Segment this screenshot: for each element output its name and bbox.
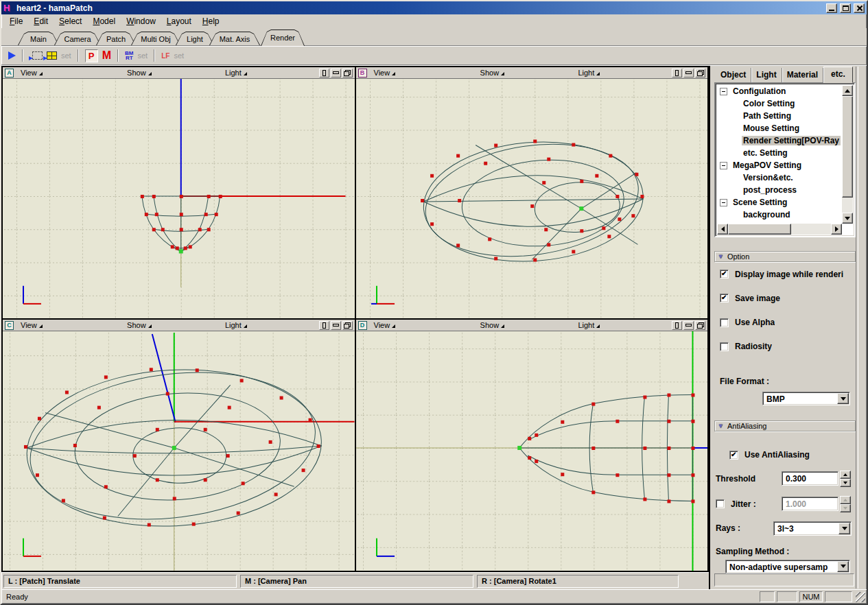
- viewport-c-canvas[interactable]: [3, 331, 355, 571]
- viewport-a-letter[interactable]: A: [5, 69, 14, 78]
- tab-render[interactable]: Render: [261, 29, 305, 46]
- render-start-icon[interactable]: [8, 51, 16, 60]
- tree-vertical-scrollbar[interactable]: [842, 85, 853, 224]
- vertical-scroll-thumb[interactable]: [842, 96, 853, 198]
- close-button[interactable]: [854, 3, 865, 13]
- scroll-up-button[interactable]: [842, 85, 853, 96]
- viewport-show-menu[interactable]: Show: [480, 69, 505, 77]
- tab-object[interactable]: Object: [716, 68, 751, 82]
- combo-arrow-button[interactable]: [837, 561, 849, 572]
- viewport-view-menu[interactable]: View: [374, 69, 396, 77]
- tree-collapse-icon[interactable]: [720, 199, 727, 206]
- viewport-b-canvas[interactable]: [356, 79, 708, 318]
- combo-arrow-button[interactable]: [838, 523, 850, 534]
- menu-help[interactable]: Help: [197, 15, 225, 28]
- viewport-cascade-button[interactable]: [695, 321, 705, 330]
- viewport-light-menu[interactable]: Light: [578, 69, 600, 77]
- rays-select[interactable]: 3l~3: [773, 521, 852, 536]
- viewport-cascade-button[interactable]: [695, 69, 705, 78]
- file-format-select[interactable]: BMP: [762, 392, 850, 405]
- spin-up-button[interactable]: [840, 496, 851, 504]
- tab-patch[interactable]: Patch: [96, 32, 136, 45]
- viewport-show-menu[interactable]: Show: [127, 321, 152, 329]
- tree-horizontal-scrollbar[interactable]: [717, 224, 842, 235]
- megapov-button[interactable]: M: [102, 49, 111, 62]
- render-grid-icon[interactable]: [47, 51, 57, 60]
- viewport-horizontal-split-button[interactable]: [331, 69, 341, 78]
- viewport-vertical-split-button[interactable]: [672, 69, 682, 78]
- spin-up-button[interactable]: [840, 471, 851, 479]
- sampling-method-select[interactable]: Non-adaptive supersamp: [725, 560, 850, 573]
- viewport-b-letter[interactable]: B: [358, 69, 367, 78]
- set-bmrt-label[interactable]: set: [137, 51, 148, 60]
- use-antialiasing-checkbox[interactable]: [729, 451, 738, 460]
- set-lf-label[interactable]: set: [174, 51, 184, 60]
- bmrt-button[interactable]: BM RT: [125, 51, 133, 60]
- tab-mat-axis[interactable]: Mat. Axis: [209, 32, 260, 45]
- viewport-vertical-split-button[interactable]: [672, 321, 682, 330]
- viewport-cascade-button[interactable]: [342, 69, 353, 78]
- tree-collapse-icon[interactable]: [720, 88, 727, 95]
- radiosity-checkbox[interactable]: [720, 342, 729, 351]
- viewport-vertical-split-button[interactable]: [319, 69, 329, 78]
- tree-item-mouse-setting[interactable]: Mouse Setting: [717, 122, 842, 134]
- viewport-show-menu[interactable]: Show: [480, 321, 505, 329]
- viewport-horizontal-split-button[interactable]: [683, 321, 694, 330]
- tab-material[interactable]: Material: [782, 68, 823, 82]
- viewport-view-menu[interactable]: View: [21, 69, 43, 77]
- menu-model[interactable]: Model: [87, 15, 121, 28]
- tree-item-background[interactable]: background: [717, 209, 842, 221]
- minimize-button[interactable]: [826, 3, 837, 13]
- viewport-view-menu[interactable]: View: [374, 321, 396, 329]
- spin-down-button[interactable]: [840, 479, 851, 487]
- menu-window[interactable]: Window: [121, 15, 161, 28]
- tree-item-scene-setting[interactable]: Scene Setting: [717, 196, 842, 209]
- tab-camera[interactable]: Camera: [54, 32, 101, 45]
- menu-layout[interactable]: Layout: [161, 15, 197, 28]
- menu-select[interactable]: Select: [54, 15, 87, 28]
- viewport-light-menu[interactable]: Light: [578, 321, 600, 329]
- threshold-input[interactable]: 0.300: [782, 471, 838, 486]
- option-section-header[interactable]: ▼ Option: [714, 251, 856, 262]
- tree-item-path-setting[interactable]: Path Setting: [717, 110, 842, 122]
- viewport-horizontal-split-button[interactable]: [331, 321, 341, 330]
- tree-item-etc-setting[interactable]: etc. Setting: [717, 147, 842, 159]
- combo-arrow-button[interactable]: [837, 393, 849, 404]
- set-region-label[interactable]: set: [61, 51, 71, 60]
- viewport-d-letter[interactable]: D: [358, 321, 367, 330]
- pov-button[interactable]: P: [85, 49, 98, 62]
- viewport-light-menu[interactable]: Light: [225, 69, 247, 77]
- save-image-checkbox[interactable]: [720, 294, 729, 302]
- viewport-show-menu[interactable]: Show: [127, 69, 152, 77]
- spin-down-button[interactable]: [840, 504, 851, 512]
- viewport-vertical-split-button[interactable]: [319, 321, 329, 330]
- render-region-icon[interactable]: [32, 51, 43, 60]
- tree-collapse-icon[interactable]: [720, 162, 727, 169]
- maximize-button[interactable]: [840, 3, 851, 13]
- tree-item-render-setting[interactable]: Render Setting[POV-Ray: [717, 134, 842, 147]
- tab-main[interactable]: Main: [18, 32, 59, 45]
- scroll-down-button[interactable]: [842, 213, 853, 224]
- tab-light[interactable]: Light: [751, 68, 782, 82]
- tab-multi-obj[interactable]: Multi Obj: [131, 32, 180, 45]
- use-alpha-checkbox[interactable]: [720, 318, 729, 327]
- tree-item-megapov-setting[interactable]: MegaPOV Setting: [717, 159, 842, 171]
- resize-grip[interactable]: [856, 592, 865, 602]
- viewport-light-menu[interactable]: Light: [225, 321, 247, 329]
- menu-file[interactable]: File: [4, 15, 28, 28]
- tree-item-color-setting[interactable]: Color Setting: [717, 97, 842, 110]
- tree-item-version-etc[interactable]: Version&etc.: [717, 171, 842, 184]
- tree-item-post-process[interactable]: post_process: [717, 184, 842, 196]
- viewport-c-letter[interactable]: C: [5, 321, 14, 330]
- viewport-view-menu[interactable]: View: [21, 321, 43, 329]
- jitter-input[interactable]: 1.000: [782, 497, 838, 511]
- tab-etc[interactable]: etc.: [823, 67, 853, 83]
- viewport-horizontal-split-button[interactable]: [683, 69, 694, 78]
- tab-light[interactable]: Light: [176, 32, 214, 45]
- tree-item-configulation[interactable]: Configulation: [717, 85, 842, 97]
- antialiasing-section-header[interactable]: ▼ AntiAliasing: [714, 420, 856, 431]
- display-image-checkbox[interactable]: [720, 270, 729, 278]
- viewport-cascade-button[interactable]: [342, 321, 353, 330]
- lf-button[interactable]: LF: [161, 52, 169, 60]
- viewport-d-canvas[interactable]: [356, 331, 708, 571]
